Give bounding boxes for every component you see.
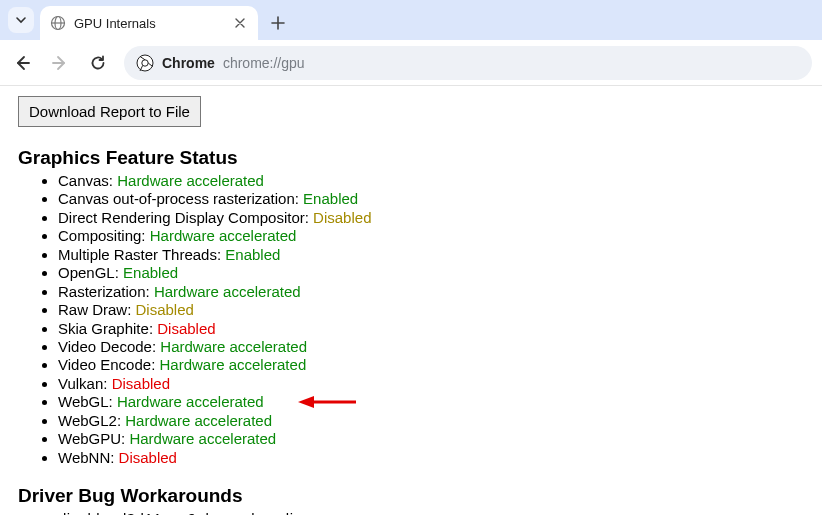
feature-name: Rasterization: <box>58 283 154 300</box>
feature-status: Enabled <box>225 246 280 263</box>
tab-title: GPU Internals <box>74 16 224 31</box>
feature-name: Canvas out-of-process rasterization: <box>58 190 303 207</box>
feature-status: Hardware accelerated <box>154 283 301 300</box>
feature-item: WebGL: Hardware accelerated <box>58 393 804 411</box>
feature-status: Disabled <box>119 449 177 466</box>
workaround-list: disable_d3d11_vp9_ksvc_decoding <box>18 510 804 515</box>
feature-item: Skia Graphite: Disabled <box>58 320 804 338</box>
browser-tab[interactable]: GPU Internals <box>40 6 258 40</box>
chrome-icon <box>136 54 154 72</box>
close-icon[interactable] <box>232 15 248 31</box>
new-tab-button[interactable] <box>264 9 292 37</box>
tab-search-button[interactable] <box>8 7 34 33</box>
feature-name: WebGPU: <box>58 430 129 447</box>
back-button[interactable] <box>10 51 34 75</box>
feature-status: Hardware accelerated <box>117 393 264 410</box>
feature-item: Compositing: Hardware accelerated <box>58 227 804 245</box>
feature-name: Raw Draw: <box>58 301 136 318</box>
feature-status: Enabled <box>123 264 178 281</box>
feature-name: WebGL: <box>58 393 117 410</box>
feature-status: Hardware accelerated <box>117 172 264 189</box>
feature-status: Hardware accelerated <box>125 412 272 429</box>
feature-item: Multiple Raster Threads: Enabled <box>58 246 804 264</box>
feature-item: Rasterization: Hardware accelerated <box>58 283 804 301</box>
feature-status: Disabled <box>112 375 170 392</box>
workaround-item: disable_d3d11_vp9_ksvc_decoding <box>58 510 804 515</box>
address-bar[interactable]: Chrome chrome://gpu <box>124 46 812 80</box>
tab-strip: GPU Internals <box>0 0 822 40</box>
url-text: chrome://gpu <box>223 55 305 71</box>
feature-status: Disabled <box>136 301 194 318</box>
highlight-arrow-icon <box>298 394 358 410</box>
globe-icon <box>50 15 66 31</box>
feature-name: Vulkan: <box>58 375 112 392</box>
forward-button[interactable] <box>48 51 72 75</box>
feature-name: WebGL2: <box>58 412 125 429</box>
page-content: Download Report to File Graphics Feature… <box>0 86 822 515</box>
feature-item: Canvas out-of-process rasterization: Ena… <box>58 190 804 208</box>
driver-bug-workarounds-heading: Driver Bug Workarounds <box>18 485 804 507</box>
feature-name: Multiple Raster Threads: <box>58 246 225 263</box>
download-report-button[interactable]: Download Report to File <box>18 96 201 127</box>
scheme-label: Chrome <box>162 55 215 71</box>
feature-name: Video Decode: <box>58 338 160 355</box>
feature-list: Canvas: Hardware acceleratedCanvas out-o… <box>18 172 804 467</box>
chevron-down-icon <box>15 14 27 26</box>
graphics-feature-status-heading: Graphics Feature Status <box>18 147 804 169</box>
feature-status: Disabled <box>157 320 215 337</box>
svg-marker-8 <box>298 396 314 408</box>
toolbar: Chrome chrome://gpu <box>0 40 822 86</box>
feature-item: Video Decode: Hardware accelerated <box>58 338 804 356</box>
feature-item: Video Encode: Hardware accelerated <box>58 356 804 374</box>
feature-item: OpenGL: Enabled <box>58 264 804 282</box>
feature-status: Hardware accelerated <box>159 356 306 373</box>
feature-item: Direct Rendering Display Compositor: Dis… <box>58 209 804 227</box>
feature-status: Hardware accelerated <box>129 430 276 447</box>
feature-status: Hardware accelerated <box>160 338 307 355</box>
feature-name: Canvas: <box>58 172 117 189</box>
feature-item: Canvas: Hardware accelerated <box>58 172 804 190</box>
feature-item: WebNN: Disabled <box>58 449 804 467</box>
feature-name: Compositing: <box>58 227 150 244</box>
feature-name: Video Encode: <box>58 356 159 373</box>
feature-item: Raw Draw: Disabled <box>58 301 804 319</box>
feature-status: Enabled <box>303 190 358 207</box>
feature-name: WebNN: <box>58 449 119 466</box>
feature-item: WebGPU: Hardware accelerated <box>58 430 804 448</box>
feature-item: Vulkan: Disabled <box>58 375 804 393</box>
feature-status: Disabled <box>313 209 371 226</box>
feature-name: OpenGL: <box>58 264 123 281</box>
reload-button[interactable] <box>86 51 110 75</box>
feature-item: WebGL2: Hardware accelerated <box>58 412 804 430</box>
feature-name: Direct Rendering Display Compositor: <box>58 209 313 226</box>
feature-name: Skia Graphite: <box>58 320 157 337</box>
svg-point-6 <box>142 59 148 65</box>
feature-status: Hardware accelerated <box>150 227 297 244</box>
